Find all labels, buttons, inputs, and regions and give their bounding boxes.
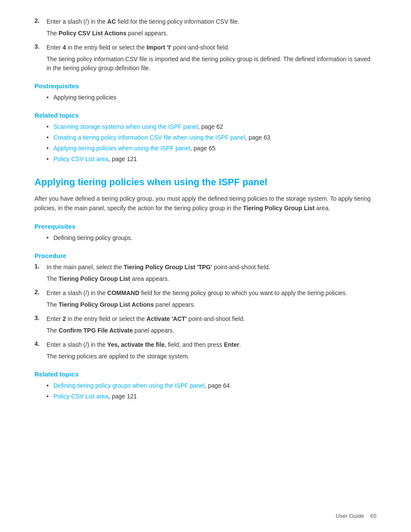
- postrequisites-item-1: Applying tiering policies: [47, 93, 377, 102]
- proc-step-1-result: The Tiering Policy Group List area appea…: [47, 274, 377, 283]
- procedure-step-4: 4. Enter a slash (/) in the Yes, activat…: [34, 340, 377, 361]
- related-topic-1-link-1[interactable]: Scanning storage systems when using the …: [53, 123, 198, 130]
- proc-step-2-result: The Tiering Policy Group List Actions pa…: [47, 300, 377, 309]
- step-2-top: 2. Enter a slash (/) in the AC field for…: [34, 17, 377, 38]
- prerequisites-item-1: Defining tiering policy groups.: [47, 233, 377, 243]
- related-topics-1-heading: Related topics: [34, 112, 377, 119]
- proc-step-2-number: 2.: [34, 289, 47, 296]
- related-topic-2-link-2[interactable]: Policy CSV List area: [53, 393, 109, 400]
- related-topic-2-link-1[interactable]: Defining tiering policy groups when usin…: [53, 382, 205, 389]
- proc-step-4-number: 4.: [34, 340, 47, 347]
- proc-step-4-text: Enter a slash (/) in the Yes, activate t…: [47, 340, 377, 349]
- procedure-step-3: 3. Enter 2 in the entry field or select …: [34, 314, 377, 335]
- main-section-heading: Applying tiering policies when using the…: [34, 177, 377, 188]
- proc-step-3-text: Enter 2 in the entry field or select the…: [47, 314, 377, 324]
- proc-step-3-result: The Confirm TPG File Activate panel appe…: [47, 326, 377, 335]
- related-topic-1-item-3: Applying tiering policies when using the…: [47, 144, 377, 153]
- postrequisites-list: Applying tiering policies: [47, 93, 377, 102]
- prerequisites-heading: Prerequisites: [34, 223, 377, 230]
- procedure-step-2: 2. Enter a slash (/) in the COMMAND fiel…: [34, 289, 377, 309]
- step-3-top: 3. Enter 4 in the entry field or select …: [34, 43, 377, 73]
- proc-step-3-number: 3.: [34, 314, 47, 321]
- proc-step-2-text: Enter a slash (/) in the COMMAND field f…: [47, 289, 377, 298]
- related-topic-1-item-2: Creating a tiering policy information CS…: [47, 133, 377, 142]
- procedure-step-1: 1. In the main panel, select the Tiering…: [34, 263, 377, 283]
- step-3-number: 3.: [34, 43, 47, 50]
- footer-label: User Guide: [336, 513, 364, 519]
- step-3-result: The tiering policy information CSV file …: [47, 55, 377, 73]
- related-topics-2-heading: Related topics: [34, 370, 377, 378]
- step-3-text: Enter 4 in the entry field or select the…: [47, 43, 377, 52]
- proc-step-4-result: The tiering policies are applied to the …: [47, 352, 377, 361]
- procedure-heading: Procedure: [34, 252, 377, 259]
- related-topic-1-link-2[interactable]: Creating a tiering policy information CS…: [53, 134, 245, 141]
- proc-step-1-number: 1.: [34, 263, 47, 270]
- related-topic-1-link-4[interactable]: Policy CSV List area: [53, 156, 109, 162]
- related-topic-1-item-4: Policy CSV List area, page 121: [47, 155, 377, 164]
- related-topics-2-list: Defining tiering policy groups when usin…: [47, 381, 377, 401]
- proc-step-1-text: In the main panel, select the Tiering Po…: [47, 263, 377, 272]
- footer-page-number: 65: [371, 513, 377, 519]
- related-topic-1-link-3[interactable]: Applying tiering policies when using the…: [53, 145, 190, 152]
- step-2-result: The Policy CSV List Actions panel appear…: [47, 29, 377, 38]
- related-topics-1-list: Scanning storage systems when using the …: [47, 122, 377, 164]
- page-footer: User Guide 65: [336, 513, 377, 519]
- related-topic-2-item-2: Policy CSV List area, page 121: [47, 392, 377, 401]
- related-topic-1-item-1: Scanning storage systems when using the …: [47, 122, 377, 131]
- postrequisites-heading: Postrequisites: [34, 82, 377, 90]
- step-2-number: 2.: [34, 17, 47, 24]
- page-content: 2. Enter a slash (/) in the AC field for…: [0, 0, 411, 429]
- related-topic-2-item-1: Defining tiering policy groups when usin…: [47, 381, 377, 390]
- step-2-text: Enter a slash (/) in the AC field for th…: [47, 17, 377, 26]
- main-intro-text: After you have defined a tiering policy …: [34, 194, 377, 213]
- prerequisites-list: Defining tiering policy groups.: [47, 233, 377, 243]
